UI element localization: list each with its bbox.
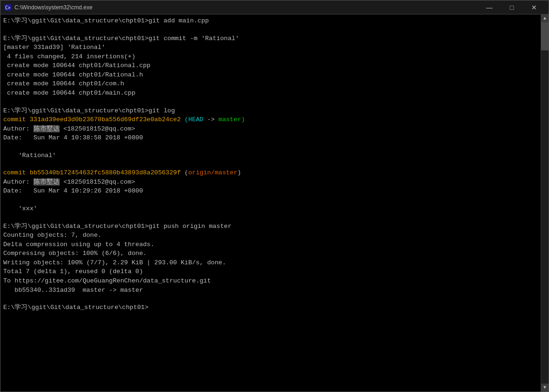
titlebar: C> C:\Windows\system32\cmd.exe — □ ✕	[0, 0, 549, 14]
window: C> C:\Windows\system32\cmd.exe — □ ✕ E:\…	[0, 0, 549, 392]
terminal-line: bb55340..331ad39 master -> master	[3, 286, 538, 295]
terminal-line: Total 7 (delta 1), reused 0 (delta 0)	[3, 267, 538, 276]
scroll-down-button[interactable]: ▼	[541, 384, 549, 392]
minimize-button[interactable]: —	[479, 0, 500, 14]
terminal-line: Compressing objects: 100% (6/6), done.	[3, 249, 538, 258]
terminal-line	[3, 26, 538, 34]
terminal-line: [master 331ad39] 'Rational'	[3, 43, 538, 52]
svg-text:C>: C>	[5, 5, 11, 10]
scrollbar[interactable]: ▲ ▼	[541, 14, 549, 392]
terminal-line: commit 331ad39eed3d0b23670ba556d69df23e0…	[3, 115, 538, 124]
terminal-line: Date: Sun Mar 4 10:38:58 2018 +0800	[3, 133, 538, 143]
terminal-line	[3, 295, 538, 303]
terminal-line: Author: 陈市墅达 <1825018152@qq.com>	[3, 178, 538, 187]
maximize-button[interactable]: □	[501, 0, 522, 14]
terminal-outer: E:\学习\ggit\Git\data_structure\chpt01>git…	[0, 14, 549, 392]
scroll-up-button[interactable]: ▲	[541, 14, 549, 22]
terminal-line: To https://gitee.com/QueGuangRenChen/dat…	[3, 276, 538, 286]
terminal-line: E:\学习\ggit\Git\data_structure\chpt01>git…	[3, 16, 538, 26]
terminal-line: create mode 100644 chpt01/main.cpp	[3, 89, 538, 98]
terminal-line: E:\学习\ggit\Git\data_structure\chpt01>git…	[3, 222, 538, 231]
titlebar-title: C:\Windows\system32\cmd.exe	[14, 4, 479, 11]
terminal-line: Delta compression using up to 4 threads.	[3, 240, 538, 249]
cmd-icon: C>	[4, 4, 12, 11]
close-button[interactable]: ✕	[523, 0, 545, 14]
terminal-line: Writing objects: 100% (7/7), 2.29 KiB | …	[3, 258, 538, 268]
terminal-content[interactable]: E:\学习\ggit\Git\data_structure\chpt01>git…	[0, 14, 541, 392]
scrollbar-thumb[interactable]	[541, 22, 549, 50]
terminal-line	[3, 160, 538, 168]
terminal-line: Author: 陈市墅达 <1825018152@qq.com>	[3, 124, 538, 134]
terminal-line: create mode 100644 chpt01/Rational.h	[3, 70, 538, 80]
terminal-line	[3, 143, 538, 151]
terminal-line	[3, 213, 538, 222]
terminal-line: Counting objects: 7, done.	[3, 231, 538, 240]
terminal-line: E:\学习\ggit\Git\data_structure\chpt01>git…	[3, 34, 538, 43]
terminal-line	[3, 196, 538, 204]
terminal-line: create mode 100644 chpt01/com.h	[3, 79, 538, 89]
terminal-line: 'xxx'	[3, 204, 538, 213]
terminal-line: create mode 100644 chpt01/Rational.cpp	[3, 61, 538, 70]
terminal-line: E:\学习\ggit\Git\data_structure\chpt01>git…	[3, 106, 538, 116]
scrollbar-track[interactable]	[541, 22, 549, 384]
terminal-line: E:\学习\ggit\Git\data_structure\chpt01>	[3, 303, 538, 312]
terminal-line: commit bb55340b172454632fc5880b43893d8a2…	[3, 168, 538, 178]
terminal-line: 'Rational'	[3, 151, 538, 160]
terminal-line: 4 files changed, 214 insertions(+)	[3, 52, 538, 62]
terminal-line: Date: Sun Mar 4 10:29:26 2018 +0800	[3, 186, 538, 196]
titlebar-controls: — □ ✕	[479, 0, 545, 14]
terminal-line	[3, 98, 538, 106]
